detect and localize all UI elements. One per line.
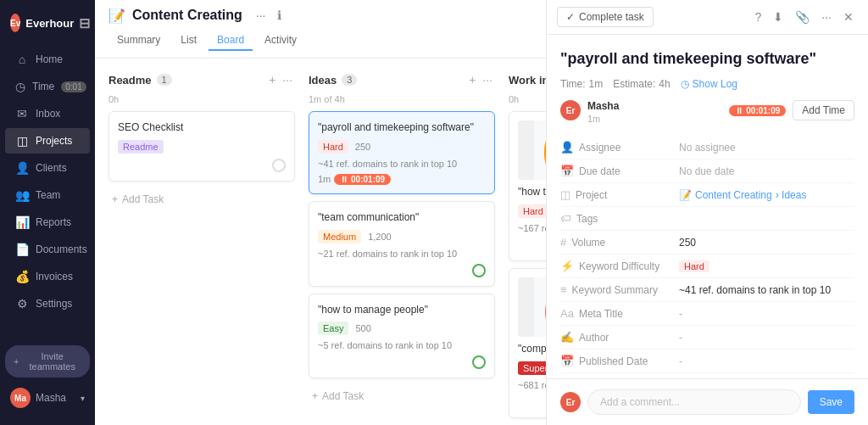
card-tag-easy: Easy — [318, 322, 348, 335]
sidebar-item-invoices[interactable]: 💰 Invoices — [5, 264, 90, 289]
info-button[interactable]: ℹ — [274, 7, 285, 24]
sidebar-item-documents[interactable]: 📄 Documents — [5, 237, 90, 262]
add-column-item-button[interactable]: + — [266, 72, 278, 87]
complete-task-button[interactable]: ✓ Complete task — [557, 7, 654, 27]
sidebar-item-label: Invoices — [36, 271, 73, 282]
invite-teammates-button[interactable]: + Invite teammates — [5, 345, 90, 377]
card-tag-superhard: Super Hard — [518, 361, 546, 375]
tab-board[interactable]: Board — [209, 31, 253, 51]
tab-summary[interactable]: Summary — [108, 31, 169, 51]
author-icon: ✍ — [560, 331, 574, 344]
home-icon: ⌂ — [15, 53, 29, 66]
sidebar-item-projects[interactable]: ◫ Projects — [5, 128, 90, 154]
card-volume: 500 — [355, 323, 370, 333]
card-tag-hard: Hard — [518, 204, 546, 218]
card-seo-checklist[interactable]: SEO Checklist Readme — [108, 111, 295, 182]
add-time-button[interactable]: Add Time — [793, 100, 854, 120]
card-payroll[interactable]: "payroll and timekeeping software" Hard … — [309, 111, 495, 194]
field-value-volume: 250 — [679, 237, 854, 249]
estimate-label: Estimate: — [613, 78, 655, 90]
commenter-time: 1m — [587, 114, 722, 124]
column-count: 3 — [342, 74, 357, 86]
toolbar-actions: ? ⬇ 📎 ··· ✕ — [751, 8, 858, 26]
field-value-meta-title[interactable]: - — [679, 308, 854, 320]
sidebar-user[interactable]: Ma Masha ▾ — [5, 384, 90, 411]
field-label: 👤 Assignee — [560, 141, 679, 154]
add-column-item-button[interactable]: + — [466, 72, 478, 87]
add-task-button-ideas[interactable]: + Add Task — [309, 385, 495, 407]
comment-input[interactable] — [587, 389, 801, 415]
detail-task-title: "payroll and timekeeping software" — [560, 48, 854, 70]
more-options-button[interactable]: ··· — [817, 8, 836, 26]
card-volume: 1,200 — [368, 232, 392, 242]
card-tags-row: Hard 250 — [318, 140, 486, 154]
column-count: 1 — [157, 74, 172, 86]
card-manage-people[interactable]: "how to manage people" Easy 500 ~5 ref. … — [309, 294, 495, 379]
attachment-icon-button[interactable]: 📎 — [791, 8, 814, 26]
team-icon: 👥 — [15, 188, 29, 202]
sidebar-item-inbox[interactable]: ✉ Inbox — [5, 101, 90, 126]
meta-show-log[interactable]: ◷ Show Log — [681, 78, 737, 90]
field-assignee: 👤 Assignee No assignee — [560, 136, 854, 159]
project-title: Content Creating — [132, 8, 242, 23]
field-value-assignee[interactable]: No assignee — [679, 142, 854, 154]
sidebar-item-reports[interactable]: 📊 Reports — [5, 210, 90, 235]
add-task-button-readme[interactable]: + Add Task — [108, 188, 295, 210]
gauge-svg: 65 Keyword Difficulty — [518, 120, 546, 180]
card-company-scheduling[interactable]: 89 Keyword Difficulty "company schedulin… — [509, 268, 546, 418]
card-footer — [518, 395, 546, 409]
detail-toolbar: ✓ Complete task ? ⬇ 📎 ··· ✕ — [547, 0, 868, 35]
download-icon-button[interactable]: ⬇ — [769, 8, 787, 26]
card-tags-row: Readme — [118, 140, 286, 154]
card-tags-row: Easy 500 — [318, 322, 486, 335]
sidebar-item-label: Inbox — [36, 108, 60, 120]
field-value-project[interactable]: 📝 Content Creating › Ideas — [679, 189, 854, 201]
column-wip: Work in Progress 2 + ··· 0h 65 — [509, 72, 546, 425]
sidebar-item-label: Documents — [36, 243, 87, 255]
field-value-due-date[interactable]: No due date — [679, 165, 854, 177]
column-header-readme: Readme 1 + ··· — [108, 72, 295, 87]
card-title: "payroll and timekeeping software" — [318, 120, 486, 135]
close-panel-button[interactable]: ✕ — [839, 8, 858, 26]
tab-list[interactable]: List — [172, 31, 205, 51]
card-status-dot[interactable] — [272, 159, 286, 172]
help-icon-button[interactable]: ? — [751, 8, 766, 26]
comment-input-row: Er Save — [547, 378, 868, 425]
sidebar-item-team[interactable]: 👥 Team — [5, 182, 90, 208]
sidebar-collapse-icon[interactable]: ⊟ — [79, 15, 90, 31]
column-time: 0h — [108, 94, 295, 104]
sidebar-item-time[interactable]: ◷ Time 0:01 — [5, 74, 90, 99]
card-status-dot[interactable] — [472, 355, 486, 369]
sidebar-item-label: Time — [32, 81, 54, 92]
column-time: 1m of 4h — [309, 94, 495, 104]
difficulty-icon: ⚡ — [560, 260, 574, 272]
card-title: "company scheduling softw... — [518, 342, 546, 356]
nav-tabs: Summary List Board Activity — [108, 31, 532, 51]
meta-estimate: Estimate: 4h — [613, 78, 670, 90]
card-team-communication[interactable]: "team communication" Medium 1,200 ~21 re… — [309, 201, 495, 287]
sidebar-item-settings[interactable]: ⚙ Settings — [5, 291, 90, 316]
sidebar-item-label: Home — [36, 53, 63, 65]
save-comment-button[interactable]: Save — [808, 390, 854, 414]
card-desc: ~21 ref. domains to rank in top 10 — [318, 249, 486, 259]
sidebar-item-clients[interactable]: 👤 Clients — [5, 155, 90, 181]
card-desc: ~5 ref. domains to rank in top 10 — [318, 340, 486, 350]
field-value-author[interactable]: - — [679, 332, 854, 344]
sidebar-item-label: Clients — [36, 162, 67, 174]
column-more-button[interactable]: ··· — [480, 72, 495, 87]
documents-icon: 📄 — [15, 243, 29, 256]
card-desc: ~167 ref. domains to rank in to — [518, 223, 546, 233]
estimate-value: 4h — [659, 78, 670, 90]
column-more-button[interactable]: ··· — [280, 72, 295, 87]
plus-icon: + — [312, 390, 318, 402]
card-save-money[interactable]: 65 Keyword Difficulty "how to save money… — [509, 111, 546, 261]
more-options-button[interactable]: ··· — [253, 7, 270, 24]
sidebar-item-home[interactable]: ⌂ Home — [5, 47, 90, 72]
card-footer — [518, 238, 546, 252]
field-value-published-date[interactable]: - — [679, 355, 854, 367]
title-row: 📝 Content Creating ··· ℹ — [108, 7, 532, 24]
time-label: Time: — [560, 78, 586, 90]
detail-fields: 👤 Assignee No assignee 📅 Due date No due… — [560, 136, 854, 378]
card-status-dot[interactable] — [472, 264, 486, 277]
tab-activity[interactable]: Activity — [256, 31, 305, 51]
